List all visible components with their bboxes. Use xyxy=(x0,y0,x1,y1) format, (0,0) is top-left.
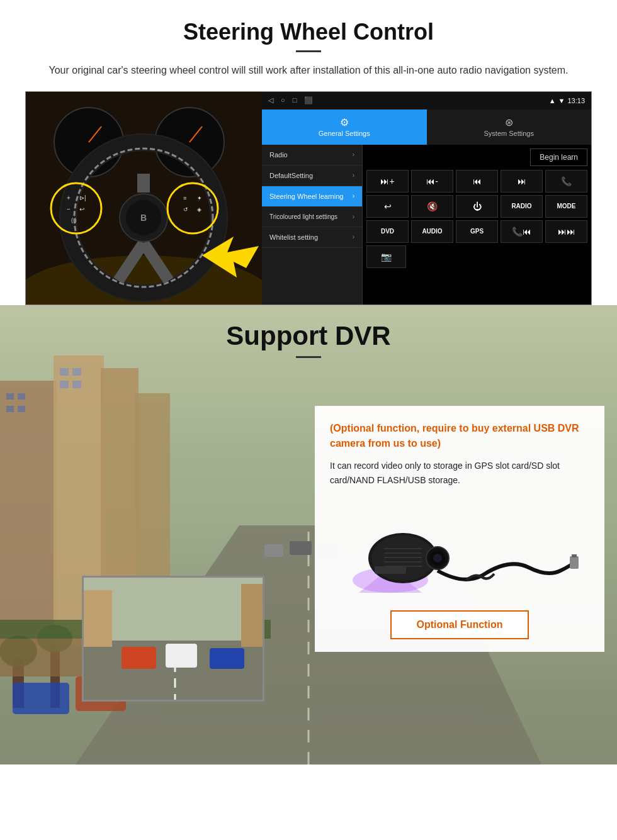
svg-rect-78 xyxy=(570,556,579,569)
svg-point-76 xyxy=(433,554,442,563)
svg-rect-48 xyxy=(264,544,283,557)
title-divider xyxy=(296,50,321,52)
control-row-3: DVD AUDIO GPS 📞⏮ ⏭⏭ xyxy=(366,220,587,243)
nav-square-icon[interactable]: □ xyxy=(293,96,297,104)
dvr-optional-text: (Optional function, require to buy exter… xyxy=(330,421,589,451)
next-btn[interactable]: ⏭ xyxy=(501,170,543,193)
camera-btn[interactable]: 📷 xyxy=(366,245,406,268)
svg-rect-41 xyxy=(72,381,81,388)
gear-icon: ⚙ xyxy=(340,116,349,128)
menu-item-whitelist[interactable]: Whitelist setting › xyxy=(262,227,362,248)
svg-rect-77 xyxy=(375,566,406,574)
svg-rect-56 xyxy=(122,647,156,669)
tab-general-label: General Settings xyxy=(319,130,370,137)
arrow-icon: › xyxy=(353,172,354,179)
begin-learn-button[interactable]: Begin learn xyxy=(530,148,587,166)
signal-icon: ▲ xyxy=(549,97,556,104)
svg-rect-38 xyxy=(60,368,69,376)
gps-btn[interactable]: GPS xyxy=(456,220,498,243)
radio-btn[interactable]: RADIO xyxy=(501,195,543,218)
arrow-icon: › xyxy=(353,233,354,240)
svg-text:⊳|: ⊳| xyxy=(79,194,86,201)
android-screen: ◁ ○ □ ⬛ ▲ ▼ 13:13 ⚙ General Settings xyxy=(262,92,591,305)
svg-text:( ): ( ) xyxy=(71,217,77,223)
phone-btn[interactable]: 📞 xyxy=(545,170,587,193)
status-icons: ▲ ▼ 13:13 xyxy=(549,97,585,104)
control-area: Begin learn ⏭+ ⏮- ⏮ ⏭ 📞 ↩ 🔇 ⏻ xyxy=(363,145,591,305)
dvr-camera-svg xyxy=(340,498,579,599)
dvr-info-card: (Optional function, require to buy exter… xyxy=(315,406,604,652)
tab-general[interactable]: ⚙ General Settings xyxy=(262,109,427,145)
skip-btn[interactable]: ⏭⏭ xyxy=(545,220,587,243)
time-display: 13:13 xyxy=(567,97,585,104)
svg-rect-49 xyxy=(290,541,312,555)
arrow-icon: › xyxy=(353,151,354,158)
svg-text:≡: ≡ xyxy=(183,195,186,201)
svg-rect-34 xyxy=(6,393,14,400)
optional-function-button[interactable]: Optional Function xyxy=(390,610,529,639)
dvr-camera-container xyxy=(330,498,589,599)
steering-section: Steering Wheel Control Your original car… xyxy=(0,0,617,305)
svg-rect-36 xyxy=(6,406,14,412)
prev-btn[interactable]: ⏮ xyxy=(456,170,498,193)
settings-tabs: ⚙ General Settings ⊛ System Settings xyxy=(262,109,591,145)
nav-extra-icon[interactable]: ⬛ xyxy=(304,96,313,104)
hang-btn[interactable]: ↩ xyxy=(366,195,409,218)
nav-back-icon[interactable]: ◁ xyxy=(268,96,273,104)
svg-text:+: + xyxy=(67,194,71,201)
audio-btn[interactable]: AUDIO xyxy=(411,220,453,243)
menu-item-tricolour[interactable]: Tricoloured light settings › xyxy=(262,207,362,227)
svg-rect-39 xyxy=(72,368,81,376)
vol-up-btn[interactable]: ⏭+ xyxy=(366,170,409,193)
vol-down-btn[interactable]: ⏮- xyxy=(411,170,453,193)
wifi-icon: ▼ xyxy=(558,97,565,104)
svg-rect-57 xyxy=(166,644,197,668)
settings-body: Radio › DefaultSetting › Steering Wheel … xyxy=(262,145,591,305)
tab-system[interactable]: ⊛ System Settings xyxy=(427,109,592,145)
svg-rect-63 xyxy=(84,590,112,647)
dvd-btn[interactable]: DVD xyxy=(366,220,409,243)
svg-text:−: − xyxy=(67,206,71,213)
svg-rect-64 xyxy=(241,584,264,647)
svg-text:↩: ↩ xyxy=(79,206,84,213)
menu-item-radio[interactable]: Radio › xyxy=(262,145,362,165)
control-row-4: 📷 xyxy=(366,245,587,268)
svg-text:B: B xyxy=(140,213,147,223)
power-btn[interactable]: ⏻ xyxy=(456,195,498,218)
mode-btn[interactable]: MODE xyxy=(545,195,587,218)
svg-rect-79 xyxy=(572,554,577,557)
tab-system-label: System Settings xyxy=(484,130,534,137)
settings-menu: Radio › DefaultSetting › Steering Wheel … xyxy=(262,145,363,305)
phone-prev-btn[interactable]: 📞⏮ xyxy=(501,220,543,243)
svg-rect-58 xyxy=(210,648,244,669)
menu-item-default[interactable]: DefaultSetting › xyxy=(262,165,362,186)
svg-rect-40 xyxy=(60,381,69,388)
steering-demo: B + ⊳| − ↩ ( ) ≡ ✦ ↺ ◈ xyxy=(25,91,592,305)
arrow-icon: › xyxy=(353,193,354,199)
svg-text:✦: ✦ xyxy=(197,195,202,201)
steering-photo: B + ⊳| − ↩ ( ) ≡ ✦ ↺ ◈ xyxy=(26,92,262,305)
statusbar: ◁ ○ □ ⬛ ▲ ▼ 13:13 xyxy=(262,92,591,109)
section-subtitle: Your original car's steering wheel contr… xyxy=(38,62,579,79)
control-row-1: ⏭+ ⏮- ⏮ ⏭ 📞 xyxy=(366,170,587,193)
steering-wheel-svg: B + ⊳| − ↩ ( ) ≡ ✦ ↺ ◈ xyxy=(26,92,262,305)
control-row-2: ↩ 🔇 ⏻ RADIO MODE xyxy=(366,195,587,218)
dvr-title: Support DVR xyxy=(0,321,617,351)
nav-home-icon[interactable]: ○ xyxy=(281,96,285,104)
svg-text:↺: ↺ xyxy=(183,206,188,213)
dvr-divider xyxy=(296,356,321,358)
menu-item-steering[interactable]: Steering Wheel learning › xyxy=(262,186,362,207)
svg-rect-46 xyxy=(13,683,69,714)
dvr-preview-inner xyxy=(84,578,263,700)
dvr-description: It can record video only to storage in G… xyxy=(330,459,589,489)
section-title: Steering Wheel Control xyxy=(25,19,592,45)
arrow-icon: › xyxy=(353,213,354,220)
dvr-preview-image xyxy=(82,576,264,702)
preview-svg xyxy=(84,578,264,702)
svg-text:◈: ◈ xyxy=(197,206,201,213)
svg-rect-35 xyxy=(18,393,25,400)
system-icon: ⊛ xyxy=(505,116,513,128)
begin-learn-row: Begin learn xyxy=(366,148,587,166)
dvr-section: Support DVR xyxy=(0,305,617,764)
mute-btn[interactable]: 🔇 xyxy=(411,195,453,218)
